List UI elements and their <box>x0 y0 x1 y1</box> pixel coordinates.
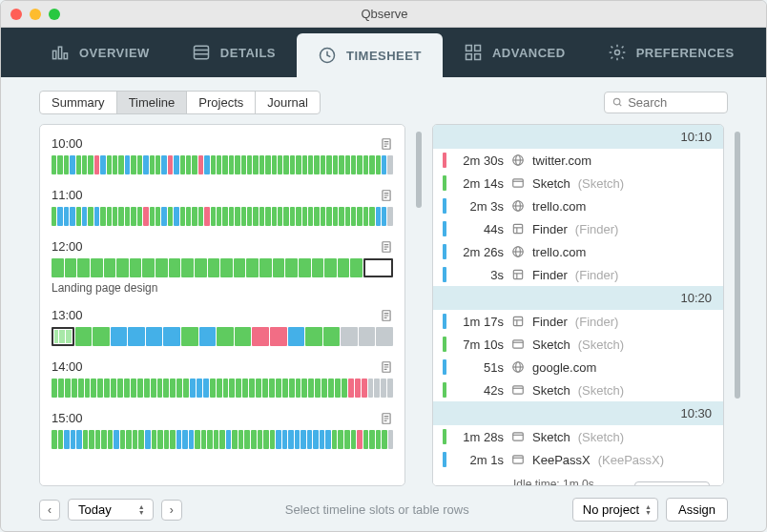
hour-block: 13:00 <box>40 304 404 356</box>
duration: 44s <box>454 222 504 236</box>
category-bar <box>443 244 446 259</box>
window-title: Qbserve <box>12 7 757 21</box>
subtab-summary[interactable]: Summary <box>40 92 117 113</box>
activity-row[interactable]: 2m 26strello.com <box>433 240 723 263</box>
nav-timesheet[interactable]: TIMESHEET <box>297 33 443 77</box>
nav-overview[interactable]: OVERVIEW <box>30 28 171 77</box>
globe-icon <box>511 245 525 258</box>
duration: 2m 30s <box>454 153 504 168</box>
note-icon[interactable] <box>380 360 393 374</box>
stepper-icon: ▲▼ <box>138 504 145 516</box>
search-field[interactable] <box>628 95 719 110</box>
next-day-button[interactable]: › <box>161 500 182 521</box>
selected-range[interactable] <box>363 258 393 277</box>
activity-row[interactable]: 2m 3strello.com <box>433 194 723 217</box>
category-bar <box>443 359 446 375</box>
timeline-bar[interactable] <box>52 155 393 174</box>
day-label: Today <box>78 502 112 517</box>
subtab-projects[interactable]: Projects <box>187 92 256 113</box>
subtab-timeline[interactable]: Timeline <box>117 92 188 113</box>
activity-row[interactable]: 44sFinder (Finder) <box>433 217 723 240</box>
hour-label: 15:00 <box>52 411 83 425</box>
nav-label: TIMESHEET <box>346 49 422 63</box>
note-icon[interactable] <box>380 137 393 151</box>
subtab-segment: SummaryTimelineProjectsJournal <box>39 91 321 114</box>
category-bar <box>443 153 446 168</box>
nav-details[interactable]: DETAILS <box>171 28 297 77</box>
activity-name: Sketch <box>532 176 570 191</box>
hour-label: 13:00 <box>52 308 83 322</box>
nav-label: OVERVIEW <box>79 46 150 60</box>
svg-rect-52 <box>513 270 522 278</box>
timeline-panel: 10:0011:0012:00Landing page design13:001… <box>39 124 405 486</box>
hour-label: 11:00 <box>52 188 83 202</box>
add-entry-button[interactable]: Add Entry <box>634 481 710 486</box>
list-icon <box>192 43 211 62</box>
timeline-bar[interactable] <box>52 327 393 346</box>
activity-sub: (Finder) <box>575 268 619 282</box>
nav-label: ADVANCED <box>492 46 566 60</box>
hour-label: 12:00 <box>52 239 83 254</box>
nav-preferences[interactable]: PREFERENCES <box>587 28 756 77</box>
activity-row[interactable]: 51sgoogle.com <box>433 356 723 379</box>
activity-row[interactable]: 7m 10sSketch (Sketch) <box>433 333 723 356</box>
box-icon <box>511 222 525 235</box>
svg-rect-10 <box>475 54 481 60</box>
activity-name: trello.com <box>532 245 586 259</box>
activity-name: Sketch <box>532 430 570 444</box>
activity-row[interactable]: 42sSketch (Sketch) <box>433 379 723 401</box>
activity-sub: (Sketch) <box>578 338 624 352</box>
category-bar <box>443 337 446 352</box>
day-selector[interactable]: Today ▲▼ <box>68 499 154 521</box>
activity-row[interactable]: 3sFinder (Finder) <box>433 263 723 286</box>
svg-rect-46 <box>513 224 522 233</box>
note-icon[interactable] <box>380 309 393 322</box>
duration: 1m 17s <box>454 315 504 329</box>
svg-rect-7 <box>466 46 471 51</box>
globe-icon <box>511 360 525 374</box>
timeline-bar[interactable] <box>52 430 393 449</box>
activity-sub: (Finder) <box>575 315 619 329</box>
duration: 2m 3s <box>454 199 504 214</box>
activity-panel: 10:102m 30stwitter.com2m 14sSketch (Sket… <box>432 124 724 486</box>
section-header: 10:20 <box>433 286 723 310</box>
timeline-bar[interactable] <box>52 207 393 226</box>
note-icon[interactable] <box>380 240 393 254</box>
timeline-bar[interactable] <box>52 379 393 398</box>
left-scrollbar[interactable] <box>413 124 425 486</box>
assign-button[interactable]: Assign <box>666 498 728 522</box>
svg-rect-58 <box>513 340 524 348</box>
subtab-journal[interactable]: Journal <box>256 92 320 113</box>
footer-bar: ‹ Today ▲▼ › Select timeline slots or ta… <box>1 486 766 532</box>
project-selector[interactable]: No project ▲▼ <box>572 498 658 522</box>
svg-rect-67 <box>513 456 524 463</box>
activity-row[interactable]: 1m 17sFinder (Finder) <box>433 310 723 333</box>
note-icon[interactable] <box>380 412 393 425</box>
category-bar <box>443 198 446 214</box>
prev-day-button[interactable]: ‹ <box>39 500 60 521</box>
duration: 2m 26s <box>454 245 504 259</box>
activity-row[interactable]: 2m 14sSketch (Sketch) <box>433 172 723 194</box>
activity-row[interactable]: 1m 28sSketch (Sketch) <box>433 425 723 448</box>
box-icon <box>511 268 525 281</box>
right-scrollbar[interactable] <box>732 124 743 486</box>
stepper-icon: ▲▼ <box>645 504 652 516</box>
project-label: No project <box>583 502 639 517</box>
search-icon <box>612 96 623 109</box>
category-bar <box>443 267 446 282</box>
activity-row[interactable]: 2m 30stwitter.com <box>433 149 723 172</box>
hour-block: 10:00 <box>40 133 404 184</box>
selected-range[interactable] <box>52 327 74 346</box>
search-input[interactable] <box>604 92 728 113</box>
clock-icon <box>318 46 337 65</box>
note-icon[interactable] <box>380 189 393 202</box>
activity-row[interactable]: 2m 1sKeePassX (KeePassX) <box>433 448 723 471</box>
nav-advanced[interactable]: ADVANCED <box>443 28 587 77</box>
window-icon <box>511 176 525 190</box>
window-icon <box>511 383 525 397</box>
activity-name: Sketch <box>532 383 570 398</box>
timeline-bar[interactable] <box>52 258 393 277</box>
activity-name: google.com <box>532 360 596 375</box>
svg-line-13 <box>619 104 621 106</box>
hour-block: 14:00 <box>40 356 404 407</box>
